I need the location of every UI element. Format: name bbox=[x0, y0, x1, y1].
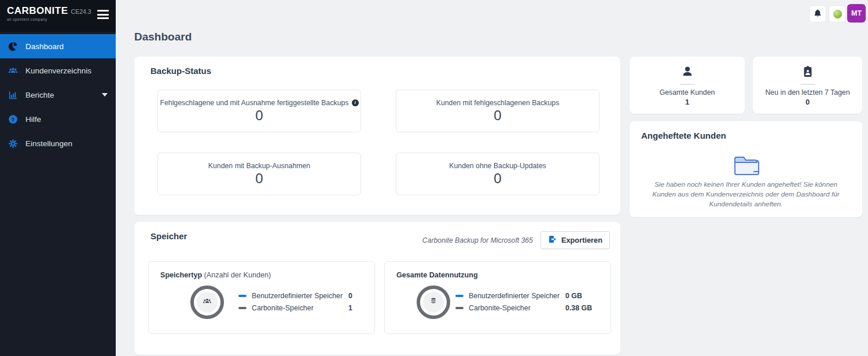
legend-item: Benutzerdefinierter Speicher 0 GB bbox=[455, 291, 592, 301]
summary-value: 1 bbox=[685, 98, 689, 106]
new-customers-card[interactable]: Neu in den letzten 7 Tagen 0 bbox=[753, 57, 862, 114]
divider bbox=[800, 84, 815, 85]
opentext-sublabel: an opentext company bbox=[7, 17, 109, 21]
carbonite-logo: CARBONITE bbox=[7, 6, 68, 16]
stat-value: 0 bbox=[494, 171, 501, 186]
divider bbox=[680, 84, 695, 85]
backup-status-card: Backup-Status Fehlgeschlagene und mit Au… bbox=[134, 57, 620, 215]
sidebar-item-label: Dashboard bbox=[25, 42, 64, 51]
users-icon bbox=[8, 66, 18, 76]
stat-label: Kunden mit fehlgeschlagenen Backups bbox=[436, 99, 560, 107]
stat-failed-exception-backups: Fehlgeschlagene und mit Ausnahme fertigg… bbox=[157, 90, 361, 132]
gear-icon bbox=[8, 139, 18, 149]
data-usage-donut-chart bbox=[417, 285, 450, 319]
sidebar-header: CARBONITE CE24.3 an opentext company bbox=[0, 0, 116, 32]
chevron-down-icon[interactable] bbox=[102, 93, 108, 97]
help-icon: ? bbox=[8, 114, 18, 124]
stat-label: Kunden mit Backup-Ausnahmen bbox=[208, 162, 310, 170]
stat-value: 0 bbox=[255, 171, 263, 186]
legend-item: Carbonite-Speicher 1 bbox=[238, 303, 352, 313]
summary-label: Neu in den letzten 7 Tagen bbox=[765, 88, 849, 97]
stat-customers-no-backup-updates: Kunden ohne Backup-Updates 0 bbox=[396, 153, 599, 195]
sidebar-item-label: Hilfe bbox=[25, 115, 41, 124]
export-button-label: Exportieren bbox=[561, 236, 602, 244]
sidebar-item-label: Kundenverzeichnis bbox=[25, 66, 91, 75]
export-button[interactable]: Exportieren bbox=[540, 231, 610, 249]
bell-icon bbox=[813, 9, 822, 20]
sidebar-item-hilfe[interactable]: ? Hilfe bbox=[0, 107, 116, 131]
users-icon bbox=[203, 296, 212, 308]
chart-title: Gesamte Datennutzung bbox=[396, 271, 478, 279]
folder-icon bbox=[732, 154, 760, 179]
stat-value: 0 bbox=[494, 108, 501, 123]
data-usage-chart-card: Gesamte Datennutzung Benutzerdefinierter… bbox=[384, 261, 611, 334]
summary-value: 0 bbox=[806, 98, 810, 106]
user-avatar[interactable]: MT bbox=[847, 4, 866, 23]
badge-icon bbox=[801, 65, 815, 81]
status-indicator-button[interactable] bbox=[829, 5, 846, 23]
legend-item: Benutzerdefinierter Speicher 0 bbox=[238, 291, 352, 301]
stat-customers-failed-backups: Kunden mit fehlgeschlagenen Backups 0 bbox=[396, 90, 599, 132]
sidebar-nav: Dashboard Kundenverzeichnis Berichte ? H… bbox=[0, 34, 116, 155]
legend-name: Benutzerdefinierter Speicher bbox=[469, 291, 560, 301]
version-label: CE24.3 bbox=[71, 8, 91, 15]
svg-text:?: ? bbox=[12, 116, 15, 122]
chart-title: Speichertyp bbox=[160, 271, 202, 279]
legend-marker-gray bbox=[238, 307, 247, 309]
sidebar-item-dashboard[interactable]: Dashboard bbox=[0, 34, 116, 58]
storage-type-chart-card: Speichertyp (Anzahl der Kunden) Benutzer… bbox=[148, 261, 375, 334]
legend-value: 0.38 GB bbox=[565, 303, 592, 313]
sidebar-item-einstellungen[interactable]: Einstellungen bbox=[0, 131, 116, 155]
storage-type-donut-chart bbox=[190, 285, 224, 319]
legend-value: 0 GB bbox=[565, 291, 582, 301]
page-title: Dashboard bbox=[134, 31, 192, 43]
storage-heading: Speicher bbox=[150, 231, 187, 241]
bar-chart-icon bbox=[8, 90, 18, 100]
sidebar-item-label: Berichte bbox=[25, 91, 54, 99]
sidebar: CARBONITE CE24.3 an opentext company Das… bbox=[0, 0, 116, 356]
sidebar-item-kundenverzeichnis[interactable]: Kundenverzeichnis bbox=[0, 58, 116, 83]
sidebar-item-berichte[interactable]: Berichte bbox=[0, 83, 116, 107]
pinned-empty-message: Sie haben noch keinen Ihrer Kunden angeh… bbox=[642, 180, 849, 209]
legend-name: Carbonite-Speicher bbox=[252, 303, 343, 313]
export-icon bbox=[548, 235, 557, 246]
legend-value: 0 bbox=[348, 291, 352, 301]
pinned-customers-heading: Angeheftete Kunden bbox=[641, 131, 726, 140]
legend-item: Carbonite-Speicher 0.38 GB bbox=[455, 303, 592, 313]
pie-chart-icon bbox=[8, 42, 18, 51]
database-icon bbox=[429, 297, 437, 307]
legend-marker-blue bbox=[238, 295, 247, 297]
storage-card: Speicher Carbonite Backup for Microsoft … bbox=[134, 222, 620, 355]
storage-type-legend: Benutzerdefinierter Speicher 0 Carbonite… bbox=[238, 291, 352, 313]
storage-type-title: Speichertyp (Anzahl der Kunden) bbox=[160, 271, 271, 279]
person-icon bbox=[681, 65, 694, 81]
notifications-button[interactable] bbox=[809, 5, 826, 23]
avatar-initials: MT bbox=[851, 9, 862, 17]
total-customers-card[interactable]: Gesamte Kunden 1 bbox=[630, 57, 745, 114]
stat-label: Fehlgeschlagene und mit Ausnahme fertigg… bbox=[160, 99, 348, 107]
legend-name: Carbonite-Speicher bbox=[469, 303, 560, 313]
legend-marker-blue bbox=[455, 295, 464, 297]
stat-label: Kunden ohne Backup-Updates bbox=[449, 162, 546, 170]
menu-toggle-icon[interactable] bbox=[97, 10, 109, 19]
data-usage-title: Gesamte Datennutzung bbox=[396, 271, 478, 279]
legend-name: Benutzerdefinierter Speicher bbox=[252, 291, 343, 301]
stat-customers-backup-exceptions: Kunden mit Backup-Ausnahmen 0 bbox=[157, 153, 361, 195]
legend-marker-gray bbox=[455, 307, 464, 309]
storage-context-label: Carbonite Backup for Microsoft 365 bbox=[422, 236, 533, 244]
stat-value: 0 bbox=[255, 108, 263, 123]
data-usage-legend: Benutzerdefinierter Speicher 0 GB Carbon… bbox=[455, 291, 592, 313]
summary-label: Gesamte Kunden bbox=[660, 88, 715, 97]
legend-value: 1 bbox=[348, 303, 352, 313]
sidebar-item-label: Einstellungen bbox=[25, 139, 72, 148]
chart-subtitle: (Anzahl der Kunden) bbox=[204, 271, 271, 279]
backup-status-heading: Backup-Status bbox=[150, 66, 211, 76]
green-status-icon bbox=[833, 10, 842, 18]
info-icon[interactable]: i bbox=[352, 99, 359, 106]
pinned-customers-card: Angeheftete Kunden Sie haben noch keinen… bbox=[630, 121, 862, 217]
